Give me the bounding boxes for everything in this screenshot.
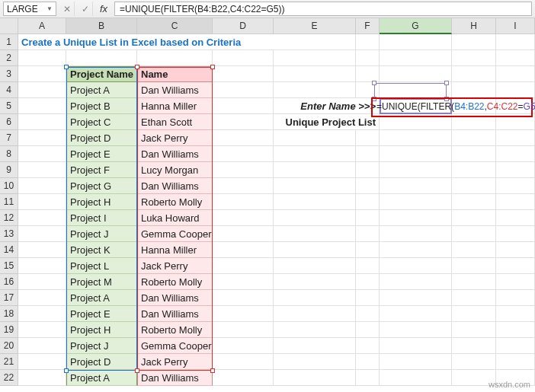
- cell[interactable]: [380, 82, 452, 98]
- fx-icon[interactable]: fx: [96, 2, 111, 16]
- table-cell-project[interactable]: Project I: [66, 210, 137, 226]
- cell[interactable]: [496, 258, 535, 274]
- cell[interactable]: [380, 258, 452, 274]
- cell[interactable]: [380, 210, 452, 226]
- cell[interactable]: [213, 114, 274, 130]
- cancel-icon[interactable]: ✕: [59, 2, 75, 16]
- cell[interactable]: [356, 178, 380, 194]
- cell[interactable]: [496, 210, 535, 226]
- table-cell-project[interactable]: Project E: [66, 306, 137, 322]
- cell[interactable]: [356, 274, 380, 290]
- cell[interactable]: [274, 146, 356, 162]
- formula-bar[interactable]: =UNIQUE(FILTER(B4:B22,C4:C22=G5)): [114, 2, 532, 16]
- cell[interactable]: [274, 210, 356, 226]
- cell[interactable]: [18, 98, 66, 114]
- cell[interactable]: [380, 34, 452, 50]
- cell[interactable]: [18, 194, 66, 210]
- cell[interactable]: [274, 162, 356, 178]
- cell[interactable]: [213, 274, 274, 290]
- cell[interactable]: [274, 306, 356, 322]
- cell[interactable]: [213, 178, 274, 194]
- row-header[interactable]: 5: [0, 98, 18, 114]
- cell[interactable]: [496, 354, 535, 370]
- table-cell-name[interactable]: Jack Perry: [137, 130, 213, 146]
- cell[interactable]: [452, 354, 496, 370]
- formula-cell[interactable]: [380, 114, 452, 130]
- row-header[interactable]: 21: [0, 354, 18, 370]
- cell[interactable]: [452, 34, 496, 50]
- cell[interactable]: [496, 130, 535, 146]
- table-cell-name[interactable]: Jack Perry: [137, 258, 213, 274]
- row-header[interactable]: 20: [0, 338, 18, 354]
- cell[interactable]: [496, 82, 535, 98]
- cell[interactable]: [274, 274, 356, 290]
- cell[interactable]: [380, 274, 452, 290]
- cell[interactable]: [356, 130, 380, 146]
- cell[interactable]: [18, 306, 66, 322]
- table-cell-project[interactable]: Project D: [66, 354, 137, 370]
- row-header[interactable]: 9: [0, 162, 18, 178]
- cell[interactable]: [18, 370, 66, 386]
- cell[interactable]: [274, 178, 356, 194]
- cell[interactable]: [496, 338, 535, 354]
- row-header[interactable]: 17: [0, 290, 18, 306]
- cell[interactable]: [496, 306, 535, 322]
- cell[interactable]: [496, 226, 535, 242]
- cell[interactable]: [380, 130, 452, 146]
- cell[interactable]: [452, 50, 496, 66]
- cell[interactable]: [18, 354, 66, 370]
- cell[interactable]: [18, 66, 66, 82]
- row-header[interactable]: 22: [0, 370, 18, 386]
- table-cell-name[interactable]: Gemma Cooper: [137, 338, 213, 354]
- cell[interactable]: [213, 370, 274, 386]
- cell[interactable]: [496, 322, 535, 338]
- table-cell-name[interactable]: Dan Williams: [137, 306, 213, 322]
- col-header[interactable]: D: [213, 18, 274, 34]
- row-header[interactable]: 11: [0, 194, 18, 210]
- cell[interactable]: [496, 274, 535, 290]
- cell[interactable]: [18, 162, 66, 178]
- accept-icon[interactable]: ✓: [78, 2, 93, 16]
- cell[interactable]: [496, 242, 535, 258]
- cell[interactable]: [452, 146, 496, 162]
- cell[interactable]: [213, 338, 274, 354]
- row-header[interactable]: 10: [0, 178, 18, 194]
- row-header[interactable]: 16: [0, 274, 18, 290]
- cell[interactable]: [356, 194, 380, 210]
- cell[interactable]: [274, 226, 356, 242]
- cell[interactable]: [496, 162, 535, 178]
- cell[interactable]: [274, 258, 356, 274]
- cell[interactable]: [274, 82, 356, 98]
- table-cell-name[interactable]: Ethan Scott: [137, 114, 213, 130]
- cell[interactable]: [18, 290, 66, 306]
- table-cell-name[interactable]: Roberto Molly: [137, 322, 213, 338]
- col-header[interactable]: G: [380, 18, 452, 34]
- cell[interactable]: [452, 210, 496, 226]
- table-cell-project[interactable]: Project B: [66, 98, 137, 114]
- row-header[interactable]: 3: [0, 66, 18, 82]
- cell[interactable]: [213, 258, 274, 274]
- table-cell-name[interactable]: Gemma Cooper: [137, 226, 213, 242]
- cell[interactable]: [380, 194, 452, 210]
- cell[interactable]: [274, 194, 356, 210]
- table-cell-project[interactable]: Project A: [66, 370, 137, 386]
- row-header[interactable]: 4: [0, 82, 18, 98]
- cell[interactable]: [380, 162, 452, 178]
- cell[interactable]: [274, 66, 356, 82]
- cell[interactable]: [356, 146, 380, 162]
- cell[interactable]: [137, 50, 213, 66]
- cell[interactable]: [496, 194, 535, 210]
- cell[interactable]: [380, 322, 452, 338]
- cell[interactable]: [18, 242, 66, 258]
- cell[interactable]: [356, 322, 380, 338]
- cell[interactable]: [213, 50, 274, 66]
- cell[interactable]: [356, 354, 380, 370]
- cell[interactable]: [496, 178, 535, 194]
- table-cell-name[interactable]: Dan Williams: [137, 146, 213, 162]
- col-header[interactable]: H: [452, 18, 496, 34]
- cell[interactable]: [380, 370, 452, 386]
- cell[interactable]: [274, 354, 356, 370]
- cell[interactable]: [380, 50, 452, 66]
- cell[interactable]: [274, 370, 356, 386]
- cell[interactable]: [213, 354, 274, 370]
